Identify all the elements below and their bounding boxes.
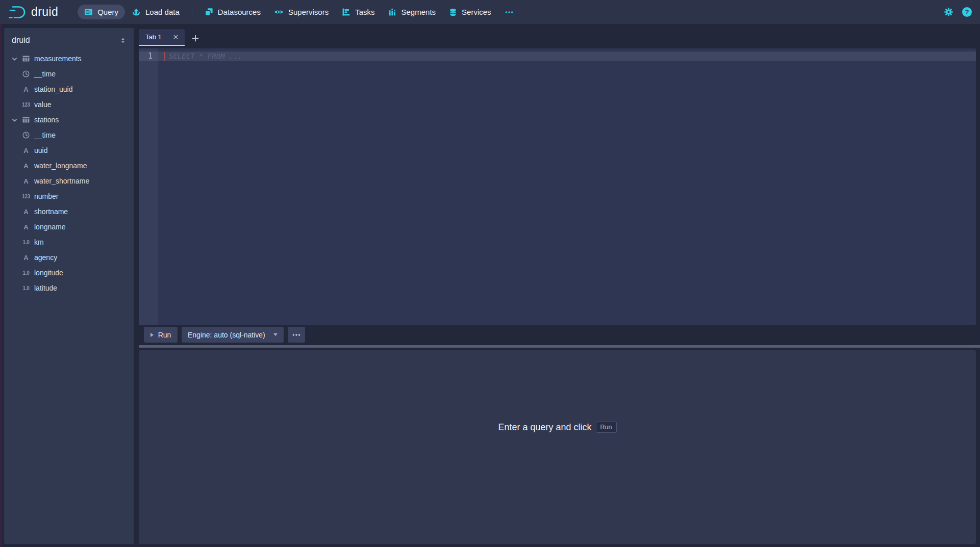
tree-column-time[interactable]: __time xyxy=(4,66,134,82)
tree-label: value xyxy=(34,100,51,109)
nav-item-label: Query xyxy=(97,8,118,16)
tree-column-station-uuid[interactable]: A station_uuid xyxy=(4,82,134,97)
editor-active-line xyxy=(158,51,976,61)
float-type-icon: 1.0 xyxy=(21,240,31,245)
tree-label: number xyxy=(34,192,58,200)
navbar-divider xyxy=(192,6,192,18)
tree-table-stations[interactable]: stations xyxy=(4,112,134,127)
tree-column-km[interactable]: 1.0 km xyxy=(4,235,134,250)
clock-icon xyxy=(21,70,31,78)
query-more-button[interactable] xyxy=(288,327,305,343)
nav-item-services[interactable]: Services xyxy=(442,5,498,19)
nav-item-query[interactable]: Query xyxy=(78,5,125,19)
tree-table-measurements[interactable]: measurements xyxy=(4,51,134,66)
bar-group-icon xyxy=(388,8,397,16)
string-type-icon: A xyxy=(21,147,31,154)
druid-logo[interactable]: druid xyxy=(8,4,58,20)
nav-item-label: Datasources xyxy=(218,8,261,16)
string-type-icon: A xyxy=(21,162,31,170)
ellipsis-icon xyxy=(292,330,301,340)
nav-item-load-data[interactable]: Load data xyxy=(125,5,186,19)
tab-close-button[interactable] xyxy=(171,33,180,41)
add-tab-button[interactable] xyxy=(189,32,202,44)
run-button-label: Run xyxy=(158,331,171,339)
tab-label: Tab 1 xyxy=(145,33,162,41)
plus-icon xyxy=(191,34,199,42)
panel-resize-handle[interactable] xyxy=(139,345,980,348)
tree-column-agency[interactable]: A agency xyxy=(4,250,134,265)
tree-label: longname xyxy=(34,223,66,231)
nav-item-segments[interactable]: Segments xyxy=(382,5,443,19)
brand-name: druid xyxy=(31,5,58,19)
schema-header: druid xyxy=(4,28,134,51)
schema-sidebar: druid measurements __time A station_uuid… xyxy=(4,28,134,544)
tree-column-longitude[interactable]: 1.0 longitude xyxy=(4,265,134,280)
editor-placeholder: SELECT * FROM ... xyxy=(169,52,242,61)
empty-result-message: Enter a query and click xyxy=(498,422,591,433)
layered-squares-icon xyxy=(205,8,213,16)
eye-icon xyxy=(274,7,284,17)
run-toolbar: Run Engine: auto (sql-native) xyxy=(144,327,305,343)
tree-label: latitude xyxy=(34,284,57,292)
float-type-icon: 1.0 xyxy=(21,285,31,291)
tree-column-latitude[interactable]: 1.0 latitude xyxy=(4,280,134,296)
tree-label: uuid xyxy=(34,146,47,154)
text-cursor xyxy=(164,52,165,61)
nav-more-button[interactable] xyxy=(498,5,520,19)
nav-item-tasks[interactable]: Tasks xyxy=(335,5,381,19)
table-icon xyxy=(21,116,31,124)
double-caret-vertical-icon xyxy=(119,37,127,44)
chevron-down-icon xyxy=(10,116,18,124)
string-type-icon: A xyxy=(21,208,31,216)
tree-label: station_uuid xyxy=(34,85,73,93)
table-icon xyxy=(21,55,31,63)
line-number: 1 xyxy=(148,52,153,61)
number-type-icon: 123 xyxy=(21,102,31,108)
nav-item-datasources[interactable]: Datasources xyxy=(198,5,267,19)
tree-label: water_longname xyxy=(34,162,87,170)
nav-item-label: Tasks xyxy=(355,8,374,16)
upload-arrow-icon xyxy=(132,8,141,17)
tree-column-water-shortname[interactable]: A water_shortname xyxy=(4,173,134,189)
string-type-icon: A xyxy=(21,223,31,231)
tab-tab1[interactable]: Tab 1 xyxy=(139,29,185,46)
nav-item-label: Services xyxy=(462,8,491,16)
druid-swirl-icon xyxy=(8,4,27,20)
sql-editor[interactable]: 1 SELECT * FROM ... xyxy=(139,48,976,325)
sort-toggle-button[interactable] xyxy=(119,37,127,44)
tree-label: km xyxy=(34,238,44,246)
tree-column-value[interactable]: 123 value xyxy=(4,97,134,112)
tree-label: water_shortname xyxy=(34,177,89,185)
tree-column-water-longname[interactable]: A water_longname xyxy=(4,158,134,173)
float-type-icon: 1.0 xyxy=(21,270,31,276)
run-button[interactable]: Run xyxy=(144,327,178,343)
caret-down-icon xyxy=(273,333,278,336)
settings-button[interactable] xyxy=(944,7,953,17)
tree-label: __time xyxy=(34,131,56,139)
string-type-icon: A xyxy=(21,254,31,262)
tree-column-number[interactable]: 123 number xyxy=(4,189,134,204)
ellipsis-icon xyxy=(505,8,514,17)
play-caret-icon xyxy=(150,333,154,337)
query-tab-bar: Tab 1 xyxy=(139,28,976,48)
schema-name: druid xyxy=(12,36,30,45)
nav-item-label: Supervisors xyxy=(288,8,329,16)
top-navbar: druid Query Load data Datasources xyxy=(0,0,980,24)
nav-item-label: Load data xyxy=(145,8,180,16)
tree-column-longname[interactable]: A longname xyxy=(4,219,134,235)
nav-item-label: Segments xyxy=(401,8,436,16)
run-hint-tag: Run xyxy=(596,422,617,433)
help-button[interactable]: ? xyxy=(962,7,972,17)
number-type-icon: 123 xyxy=(21,194,31,199)
tree-column-uuid[interactable]: A uuid xyxy=(4,143,134,158)
engine-label: Engine: auto (sql-native) xyxy=(188,331,265,339)
gear-icon xyxy=(944,7,953,17)
tree-column-time[interactable]: __time xyxy=(4,127,134,143)
tree-column-shortname[interactable]: A shortname xyxy=(4,204,134,219)
gantt-chart-icon xyxy=(342,8,350,16)
string-type-icon: A xyxy=(21,86,31,93)
tree-label: stations xyxy=(34,116,59,124)
database-icon xyxy=(449,8,457,17)
engine-select-button[interactable]: Engine: auto (sql-native) xyxy=(182,327,284,343)
nav-item-supervisors[interactable]: Supervisors xyxy=(267,5,335,19)
